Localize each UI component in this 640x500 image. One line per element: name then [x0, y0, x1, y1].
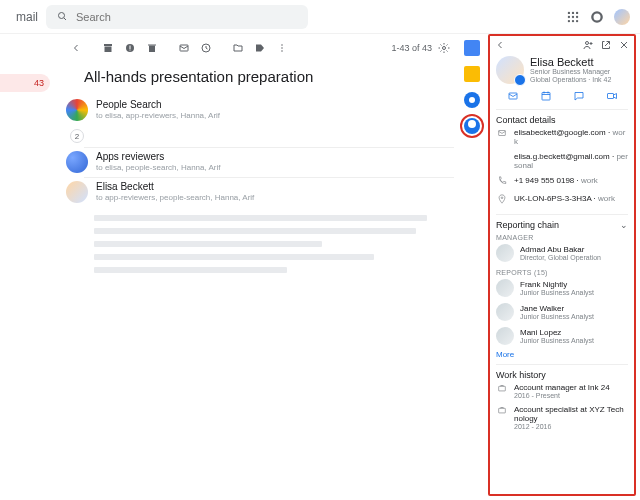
chevron-down-icon[interactable]: ⌄	[620, 220, 628, 230]
search-input[interactable]	[76, 11, 214, 23]
app-logo: mail	[10, 10, 38, 24]
section-heading: Contact details	[496, 115, 628, 125]
account-avatar[interactable]	[614, 9, 630, 25]
svg-rect-26	[499, 130, 506, 135]
location-value[interactable]: UK-LON-6PS-3-3H3A	[514, 194, 591, 203]
collapsed-count-chip[interactable]: 2	[70, 129, 84, 143]
svg-rect-15	[130, 50, 131, 51]
svg-point-18	[281, 44, 283, 46]
phone-value[interactable]: +1 949 555 0198	[514, 176, 574, 185]
apps-grid-icon[interactable]	[566, 10, 580, 24]
contact-avatar	[496, 56, 524, 84]
svg-point-6	[576, 15, 578, 17]
email-action-icon[interactable]	[506, 89, 520, 103]
svg-point-10	[595, 15, 599, 19]
video-action-icon[interactable]	[605, 89, 619, 103]
toolbar: 1-43 of 43	[66, 34, 454, 62]
settings-gear-icon[interactable]	[590, 10, 604, 24]
inbox-unread-badge[interactable]: 43	[0, 74, 50, 92]
location-icon	[496, 194, 508, 206]
reporting-chain-section: Reporting chain⌄ MANAGER Admad Abu Bakar…	[490, 215, 634, 364]
work-dates: 2016 - Present	[514, 392, 610, 399]
sender-name: Elisa Beckett	[96, 181, 452, 192]
svg-rect-24	[542, 92, 550, 100]
close-icon[interactable]	[618, 39, 630, 51]
search-box[interactable]	[46, 5, 308, 29]
person-title: Junior Business Analyst	[520, 313, 594, 320]
svg-rect-29	[499, 408, 506, 413]
recipients-line: to app-reviewers, people-search, Hanna, …	[96, 193, 452, 202]
tasks-app-icon[interactable]	[464, 92, 480, 108]
app-header: mail	[0, 0, 640, 34]
conversation-subject: All-hands presentation preparation	[66, 62, 454, 95]
briefcase-icon	[496, 405, 508, 417]
sender-avatar	[66, 151, 88, 173]
move-to-icon[interactable]	[228, 38, 248, 58]
person-row[interactable]: Jane WalkerJunior Business Analyst	[496, 300, 628, 324]
email-value[interactable]: elisabeckett@google.com	[514, 128, 606, 137]
more-link[interactable]: More	[496, 348, 628, 359]
svg-rect-25	[607, 93, 613, 98]
contact-header: Elisa Beckett Senior Business Manager Gl…	[490, 54, 634, 89]
person-name: Jane Walker	[520, 304, 594, 313]
person-avatar	[496, 244, 514, 262]
person-title: Director, Global Operation	[520, 254, 601, 261]
chat-action-icon[interactable]	[572, 89, 586, 103]
sender-name: Apps reviewers	[96, 151, 452, 162]
svg-point-8	[572, 19, 574, 21]
delete-icon[interactable]	[142, 38, 162, 58]
svg-point-1	[568, 11, 570, 13]
contacts-app-icon[interactable]	[464, 118, 480, 134]
svg-point-9	[576, 19, 578, 21]
work-history-section: Work history Account manager at Ink 24 2…	[490, 365, 634, 438]
snooze-icon[interactable]	[196, 38, 216, 58]
person-avatar	[496, 327, 514, 345]
person-name: Mani Lopez	[520, 328, 594, 337]
thread-item[interactable]: Elisa Beckett to app-reviewers, people-s…	[66, 177, 454, 207]
more-icon[interactable]	[272, 38, 292, 58]
svg-point-19	[281, 47, 283, 49]
manager-label: MANAGER	[496, 234, 628, 241]
briefcase-icon	[496, 383, 508, 395]
person-row[interactable]: Mani LopezJunior Business Analyst	[496, 324, 628, 348]
add-contact-icon[interactable]	[582, 39, 594, 51]
side-app-rail	[460, 34, 484, 500]
archive-icon[interactable]	[98, 38, 118, 58]
spam-icon[interactable]	[120, 38, 140, 58]
calendar-app-icon[interactable]	[464, 40, 480, 56]
email-value[interactable]: elisa.g.beckett@gmail.com	[514, 152, 610, 161]
conversation-view: 1-43 of 43 All-hands presentation prepar…	[56, 34, 460, 500]
contact-name: Elisa Beckett	[530, 56, 611, 68]
labels-icon[interactable]	[250, 38, 270, 58]
calendar-action-icon[interactable]	[539, 89, 553, 103]
svg-point-5	[572, 15, 574, 17]
phone-icon	[496, 176, 508, 188]
left-nav: 43	[0, 34, 56, 500]
svg-point-27	[501, 197, 503, 199]
svg-point-21	[443, 47, 446, 50]
contact-subtitle: Global Operations · Ink 42	[530, 76, 611, 84]
person-avatar	[496, 279, 514, 297]
svg-rect-23	[509, 93, 517, 99]
thread-item[interactable]: Apps reviewers to elisa, people-search, …	[66, 147, 454, 177]
pagination-counter: 1-43 of 43	[391, 43, 432, 53]
keep-app-icon[interactable]	[464, 66, 480, 82]
thread-item[interactable]: People Search to elisa, app-reviewers, H…	[66, 95, 454, 125]
open-external-icon[interactable]	[600, 39, 612, 51]
mark-unread-icon[interactable]	[174, 38, 194, 58]
svg-point-2	[572, 11, 574, 13]
svg-point-7	[568, 19, 570, 21]
back-icon[interactable]	[66, 38, 86, 58]
message-body-placeholder	[66, 207, 454, 273]
search-icon	[56, 10, 68, 24]
sender-avatar	[66, 99, 88, 121]
panel-back-icon[interactable]	[494, 39, 506, 51]
section-heading[interactable]: Reporting chain	[496, 220, 559, 230]
svg-point-4	[568, 15, 570, 17]
svg-point-22	[586, 42, 589, 45]
person-row[interactable]: Frank NightlyJunior Business Analyst	[496, 276, 628, 300]
email-icon	[496, 128, 508, 140]
settings-icon[interactable]	[434, 38, 454, 58]
person-row[interactable]: Admad Abu BakarDirector, Global Operatio…	[496, 241, 628, 265]
person-title: Junior Business Analyst	[520, 337, 594, 344]
